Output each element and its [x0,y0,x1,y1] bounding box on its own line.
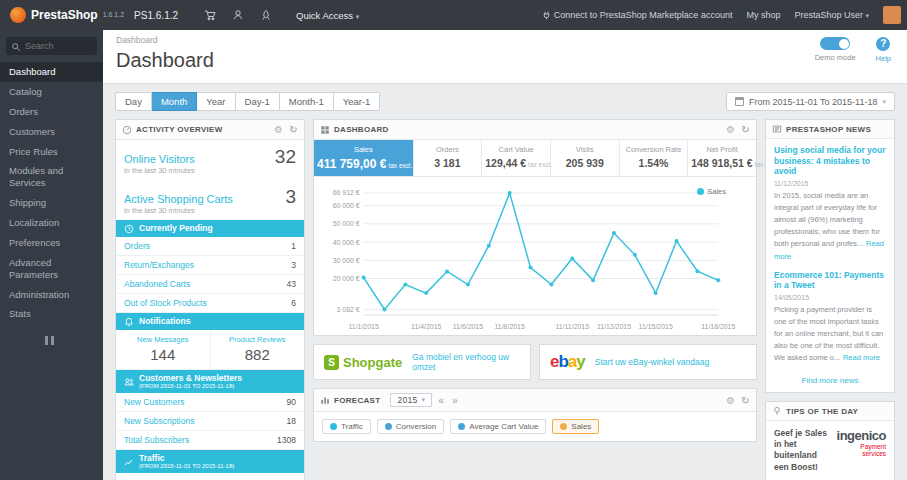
forecast-toggle-sales[interactable]: Sales [552,419,599,434]
google-analytics-link[interactable]: Link to your Google Analytics account [116,473,304,480]
kpi-label: Net Profit [691,145,753,154]
svg-text:11/15/2015: 11/15/2015 [639,323,673,330]
quick-access-menu[interactable]: Quick Access ▾ [284,10,371,21]
ebay-module-card: ebay Start uw eBay-winkel vandaag [539,344,757,380]
pending-row-out-of-stock[interactable]: Out of Stock Products 6 [116,294,304,313]
help-label: Help [876,54,891,63]
activity-panel-header: ACTIVITY OVERVIEW ⚙↻ [116,120,304,140]
customers-row-new-customers[interactable]: New Customers 90 [116,393,304,412]
help-icon[interactable]: ? [876,37,890,51]
notifications-header: Notifications [116,313,304,330]
news-headline-link[interactable]: Using social media for your business: 4 … [774,145,886,177]
prestashop-home-link[interactable]: PrestaShop 1.6.1.2 [0,7,134,23]
forecast-year-select[interactable]: 2015▾ [390,393,432,407]
user-menu[interactable]: PrestaShop User ▾ [794,10,869,20]
row-label[interactable]: New Subscriptions [124,416,194,426]
row-label[interactable]: Abandoned Carts [124,279,190,289]
forecast-next-button[interactable]: » [450,395,460,406]
product-reviews-cell[interactable]: Product Reviews 882 [210,330,305,369]
range-button-month-1[interactable]: Month-1 [280,92,334,111]
demo-mode-toggle[interactable] [820,37,850,50]
ebay-link[interactable]: Start uw eBay-winkel vandaag [595,357,709,367]
chevron-down-icon: ▾ [865,12,869,19]
forecast-prev-button[interactable]: « [436,395,446,406]
row-label[interactable]: Return/Exchanges [124,260,194,270]
row-label[interactable]: Out of Stock Products [124,298,207,308]
kpi-sales[interactable]: Sales 411 759,00 €tax excl. [314,140,414,176]
row-label[interactable]: Orders [124,241,150,251]
main-content: Dashboard Dashboard Demo mode ? Help Day… [103,30,907,480]
kpi-net-profit[interactable]: Net Profit 148 918,51 €tax excl. [688,140,756,176]
kpi-orders[interactable]: Orders 3 181 [414,140,483,176]
row-value: 1308 [277,435,296,445]
sidebar-item-price-rules[interactable]: Price Rules [0,142,103,162]
range-button-year-1[interactable]: Year-1 [334,92,381,111]
customer-icon[interactable] [232,9,244,21]
panel-title: DASHBOARD [334,125,389,134]
tips-panel-header: TIPS OF THE DAY [766,402,894,421]
sidebar-item-preferences[interactable]: Preferences [0,233,103,253]
range-button-day-1[interactable]: Day-1 [236,92,280,111]
marketplace-connect-link[interactable]: Connect to PrestaShop Marketplace accoun… [542,10,732,20]
brand-version: 1.6.1.2 [103,11,124,18]
sidebar-item-localization[interactable]: Localization [0,213,103,233]
kpi-cart-value[interactable]: Cart Value 129,44 €tax excl. [482,140,551,176]
shopgate-link[interactable]: Ga mobiel en verhoog uw omzet [412,352,520,372]
online-visitors-link[interactable]: Online Visitors [124,153,195,165]
svg-text:30 000 €: 30 000 € [333,257,360,264]
shopgate-logo: S Shopgate [324,355,402,370]
refresh-icon[interactable]: ↻ [741,124,750,135]
sales-chart: 66 912 €60 000 €50 000 €40 000 €30 000 €… [314,177,756,335]
sidebar-item-administration[interactable]: Administration [0,285,103,305]
rocket-icon[interactable] [260,9,272,21]
sidebar-item-catalog[interactable]: Catalog [0,82,103,102]
my-shop-link[interactable]: My shop [746,10,780,20]
sidebar-collapse-button[interactable] [45,336,59,345]
range-button-day[interactable]: Day [115,92,152,111]
refresh-icon[interactable]: ↻ [289,124,298,135]
customers-row-new-subscriptions[interactable]: New Subscriptions 18 [116,412,304,431]
pending-row-returns[interactable]: Return/Exchanges 3 [116,256,304,275]
chart-legend[interactable]: Sales [697,187,726,196]
svg-text:11/8/2015: 11/8/2015 [495,323,525,330]
kpi-visits[interactable]: Visits 205 939 [551,140,620,176]
sidebar-item-dashboard[interactable]: Dashboard [0,62,103,82]
forecast-toggle-conversion[interactable]: Conversion [377,419,444,434]
row-label[interactable]: New Customers [124,397,184,407]
sidebar-item-orders[interactable]: Orders [0,102,103,122]
search-input[interactable] [25,41,91,51]
sidebar-item-customers[interactable]: Customers [0,122,103,142]
sidebar-item-stats[interactable]: Stats [0,304,103,324]
sidebar-item-advanced-parameters[interactable]: Advanced Parameters [0,253,103,285]
gear-icon[interactable]: ⚙ [726,124,735,135]
forecast-year-value: 2015 [397,395,417,405]
news-headline-link[interactable]: Ecommerce 101: Payments in a Tweet [774,270,886,291]
page-header: Dashboard Dashboard Demo mode ? Help [103,30,907,84]
kpi-value: 148 918,51 € [691,157,752,169]
range-button-month[interactable]: Month [152,92,197,111]
row-label[interactable]: Total Subscribers [124,435,189,445]
active-carts-link[interactable]: Active Shopping Carts [124,193,233,205]
refresh-icon[interactable]: ↻ [741,395,750,406]
news-list: Using social media for your business: 4 … [766,139,894,374]
cart-icon[interactable] [204,9,216,21]
gear-icon[interactable]: ⚙ [726,395,735,406]
customers-row-total-subscribers[interactable]: Total Subscribers 1308 [116,431,304,450]
news-panel-header: PRESTASHOP NEWS [766,120,894,139]
date-range-picker[interactable]: From 2015-11-01 To 2015-11-18 ▾ [726,92,895,111]
forecast-toggle-traffic[interactable]: Traffic [322,419,371,434]
cell-value: 882 [213,346,303,363]
new-messages-cell[interactable]: New Messages 144 [116,330,210,369]
pending-row-orders[interactable]: Orders 1 [116,237,304,256]
bar-chart-icon [320,395,330,405]
pending-row-abandoned-carts[interactable]: Abandoned Carts 43 [116,275,304,294]
kpi-conversion-rate[interactable]: Conversion Rate 1.54% [620,140,689,176]
gear-icon[interactable]: ⚙ [274,124,283,135]
forecast-toggle-average-cart-value[interactable]: Average Cart Value [450,419,546,434]
sidebar-item-modules-and-services[interactable]: Modules and Services [0,161,103,193]
read-more-link[interactable]: Read more [843,353,880,362]
range-button-year[interactable]: Year [197,92,235,111]
find-more-news-link[interactable]: Find more news [766,374,894,392]
avatar[interactable] [883,6,901,24]
sidebar-item-shipping[interactable]: Shipping [0,193,103,213]
